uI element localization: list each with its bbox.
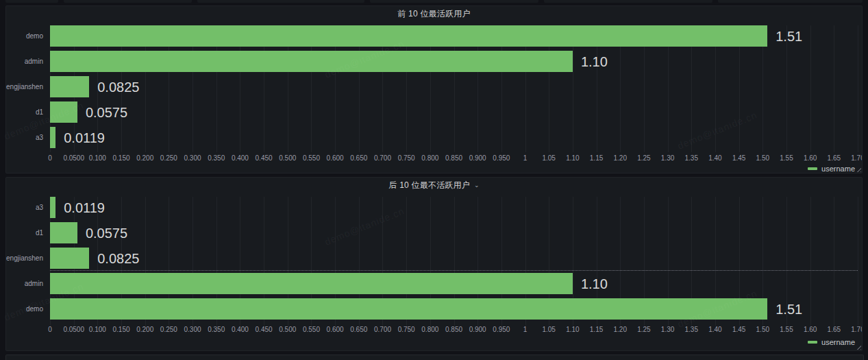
x-axis-tick-label: 0.0500 [63,154,84,162]
bar-row: a30.0119 [6,197,858,218]
x-axis-tick-label: 1.10 [566,154,579,162]
x-axis-tick-label: 0.200 [136,154,153,162]
x-axis-tick-label: 1.10 [566,326,579,333]
legend-color-swatch [808,167,817,170]
y-axis-label: admin [6,51,50,72]
panel-title[interactable]: 前 10 位最活跃用户 [397,8,470,20]
x-axis-tick-label: 0.500 [279,154,296,162]
x-axis-tick-label: 1.30 [661,154,674,162]
x-axis-tick-label: 1.45 [732,154,745,162]
bar-track: 0.0119 [50,127,858,148]
x-axis-tick-label: 1.50 [756,154,769,162]
x-axis-tick-label: 0.250 [160,154,177,162]
x-axis-tick-label: 0.150 [113,154,130,162]
bar-rows: demo1.51admin1.10dengjianshen0.0825d10.0… [6,25,858,148]
y-axis-label: demo [6,25,50,47]
legend[interactable]: username [6,163,862,173]
bar[interactable] [50,101,77,123]
bar-value-label: 0.0575 [86,104,127,120]
panel-title[interactable]: 后 10 位最不活跃用户 [389,180,470,191]
x-axis-tick-label: 0.950 [493,326,510,333]
x-axis-tick-label: 1.05 [542,154,555,162]
bar-track: 1.10 [50,51,858,72]
x-axis-tick-label: 1.65 [828,326,841,333]
bar-track: 0.0575 [50,101,858,123]
x-axis-tick-label: 0.700 [374,154,391,162]
x-axis-tick-label: 0.800 [421,326,438,333]
legend-label[interactable]: username [821,338,855,346]
x-axis-tick-label: 1.60 [804,154,817,162]
x-axis-tick-label: 0.350 [208,154,225,162]
panel-header[interactable]: 前 10 位最活跃用户 [6,6,862,21]
bar-value-label: 0.0575 [86,225,127,241]
legend[interactable]: username [6,337,862,350]
x-axis-tick-label: 0.550 [303,326,320,333]
legend-label[interactable]: username [821,165,855,173]
bar-track: 1.51 [50,298,858,320]
x-axis-tick-label: 1.70 [851,326,863,333]
panel-least-active-users: 后 10 位最不活跃用户 ⌄ a30.0119d10.0575dengjians… [5,177,863,351]
x-axis-tick-label: 1.60 [804,326,817,333]
bar-track: 0.0825 [50,248,858,269]
x-axis-tick-label: 0.350 [208,326,225,333]
bar-row: admin1.10 [6,51,858,72]
x-axis-tick-label: 0.600 [327,154,344,162]
x-axis-tick-label: 1.20 [614,326,627,333]
bar[interactable] [50,273,573,294]
bar-row: d10.0575 [6,101,858,123]
bar-row: demo1.51 [6,25,858,47]
x-axis-tick-label: 0.850 [445,326,462,333]
x-axis-tick-label: 1.05 [542,326,555,333]
panel-edge [5,0,58,3]
bar[interactable] [50,127,55,148]
bar-chart-least-active: a30.0119d10.0575dengjianshen0.0825admin1… [6,197,858,337]
x-axis-tick-label: 0.750 [398,326,415,333]
bar[interactable] [50,222,77,243]
top-neighbour-panels [0,0,868,3]
bar[interactable] [50,76,89,97]
x-axis-tick-label: 1.65 [828,154,841,162]
x-axis-tick-label: 0.650 [350,154,367,162]
bar[interactable] [50,25,767,47]
x-axis-tick-label: 1.20 [614,154,627,162]
bar-value-label: 1.51 [776,301,802,317]
y-axis-label: demo [6,298,50,320]
bar-row: demo1.51 [6,298,858,320]
bar[interactable] [50,298,767,320]
x-axis-tick-label: 0 [48,326,52,333]
bar-row: d10.0575 [6,222,858,243]
chevron-down-icon[interactable]: ⌄ [474,182,480,189]
x-axis-tick-label: 1 [523,326,528,333]
bar-row: dengjianshen0.0825 [6,76,858,97]
x-axis-tick-label: 0.0500 [63,326,84,333]
bar[interactable] [50,248,89,269]
y-axis-label: d1 [6,101,50,123]
bar-row: dengjianshen0.0825 [6,248,858,269]
bar-value-label: 1.10 [581,53,608,69]
x-axis: 00.05000.1000.1500.2000.2500.3000.3500.4… [50,324,858,335]
bar-value-label: 0.0119 [64,200,105,215]
x-axis-tick-label: 0.750 [398,154,415,162]
x-axis-tick-label: 0.400 [232,326,249,333]
bar-value-label: 0.0825 [97,79,139,95]
x-axis-tick-label: 1.50 [756,326,769,333]
bar-track: 0.0575 [50,222,858,243]
bar[interactable] [50,197,55,218]
x-axis-tick-label: 0.150 [113,326,130,333]
x-axis-tick-label: 0.700 [374,326,391,333]
x-axis-tick-label: 1.35 [685,154,698,162]
y-axis-label: dengjianshen [6,76,50,97]
panel-most-active-users: 前 10 位最活跃用户 demo1.51admin1.10dengjianshe… [5,5,863,173]
x-axis-tick-label: 1.30 [661,326,674,333]
x-axis-tick-label: 0.650 [350,326,367,333]
x-axis-tick-label: 1 [523,154,528,162]
bar-value-label: 1.51 [776,28,802,44]
x-axis-tick-label: 0.300 [184,326,201,333]
bar-value-label: 0.0119 [64,130,105,145]
bar-value-label: 1.10 [581,276,608,291]
panel-header[interactable]: 后 10 位最不活跃用户 ⌄ [6,178,862,193]
x-axis-tick-label: 1.55 [780,154,793,162]
panel-edge [64,0,192,3]
bar[interactable] [50,51,573,72]
x-axis-tick-label: 0.800 [421,154,438,162]
